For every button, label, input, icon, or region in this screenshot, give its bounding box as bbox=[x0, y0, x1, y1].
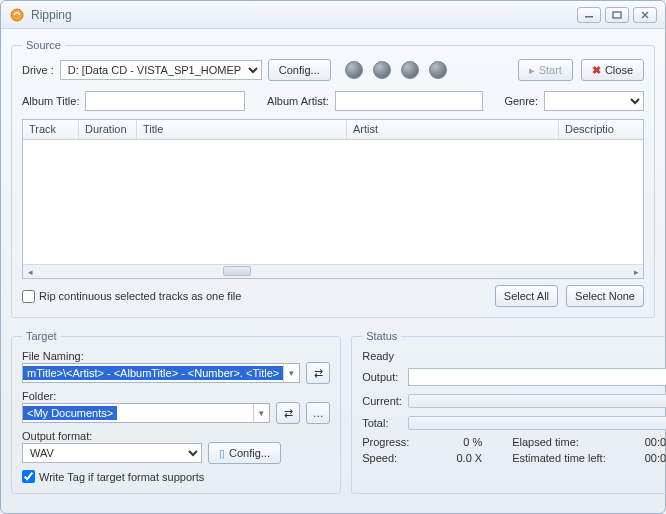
ellipsis-icon: … bbox=[313, 407, 324, 419]
swap-icon: ⇄ bbox=[314, 367, 323, 380]
elapsed-label: Elapsed time: bbox=[482, 436, 622, 448]
source-group: Source Drive : D: [Data CD - VISTA_SP1_H… bbox=[11, 39, 655, 318]
close-button[interactable]: ✖ Close bbox=[581, 59, 644, 81]
status-group: Status Ready Output: Current: Total: Pro… bbox=[351, 330, 666, 494]
write-tag-input[interactable] bbox=[22, 470, 35, 483]
select-none-button[interactable]: Select None bbox=[566, 285, 644, 307]
close-button-label: Close bbox=[605, 64, 633, 76]
lookup-buttons bbox=[345, 61, 447, 79]
file-naming-label: File Naming: bbox=[22, 350, 330, 362]
col-duration[interactable]: Duration bbox=[79, 120, 137, 139]
output-label: Output: bbox=[362, 371, 402, 383]
track-table: Track Duration Title Artist Descriptio ◂… bbox=[22, 119, 644, 279]
rip-continuous-checkbox[interactable]: Rip continuous selected tracks as one fi… bbox=[22, 290, 241, 303]
scroll-right-icon[interactable]: ▸ bbox=[629, 265, 643, 279]
chevron-down-icon: ▾ bbox=[253, 404, 269, 422]
speed-label: Speed: bbox=[362, 452, 422, 464]
genre-select[interactable] bbox=[544, 91, 644, 111]
album-title-input[interactable] bbox=[85, 91, 245, 111]
svg-point-0 bbox=[11, 9, 23, 21]
start-button[interactable]: ▸ Start bbox=[518, 59, 573, 81]
start-button-label: Start bbox=[539, 64, 562, 76]
lookup-icon-3[interactable] bbox=[401, 61, 419, 79]
col-title[interactable]: Title bbox=[137, 120, 347, 139]
close-window-icon bbox=[640, 11, 650, 19]
file-naming-combo[interactable]: mTitle>\<Artist> - <AlbumTitle> - <Numbe… bbox=[22, 363, 300, 383]
drive-label: Drive : bbox=[22, 64, 54, 76]
play-icon: ▸ bbox=[529, 64, 535, 77]
drive-select[interactable]: D: [Data CD - VISTA_SP1_HOMEP bbox=[60, 60, 262, 80]
drive-config-button[interactable]: Config... bbox=[268, 59, 331, 81]
swap-icon: ⇄ bbox=[284, 407, 293, 420]
maximize-button[interactable] bbox=[605, 7, 629, 23]
folder-value: <My Documents> bbox=[23, 406, 117, 420]
window-title: Ripping bbox=[31, 8, 72, 22]
scroll-left-icon[interactable]: ◂ bbox=[23, 265, 37, 279]
source-legend: Source bbox=[22, 39, 65, 51]
lookup-icon-4[interactable] bbox=[429, 61, 447, 79]
estimated-label: Estimated time left: bbox=[482, 452, 622, 464]
album-title-label: Album Title: bbox=[22, 95, 79, 107]
titlebar: Ripping bbox=[1, 1, 665, 29]
close-window-button[interactable] bbox=[633, 7, 657, 23]
table-header: Track Duration Title Artist Descriptio bbox=[23, 120, 643, 140]
minimize-icon bbox=[584, 11, 594, 19]
rip-continuous-label: Rip continuous selected tracks as one fi… bbox=[39, 290, 241, 302]
maximize-icon bbox=[612, 11, 622, 19]
scroll-thumb[interactable] bbox=[223, 266, 251, 276]
select-all-button[interactable]: Select All bbox=[495, 285, 558, 307]
target-group: Target File Naming: mTitle>\<Artist> - <… bbox=[11, 330, 341, 494]
total-progress bbox=[408, 416, 666, 430]
svg-rect-2 bbox=[613, 12, 621, 18]
current-label: Current: bbox=[362, 395, 402, 407]
speed-value: 0.0 X bbox=[422, 452, 482, 464]
folder-label: Folder: bbox=[22, 390, 330, 402]
folder-swap-button[interactable]: ⇄ bbox=[276, 402, 300, 424]
rip-continuous-input[interactable] bbox=[22, 290, 35, 303]
file-naming-swap-button[interactable]: ⇄ bbox=[306, 362, 330, 384]
genre-label: Genre: bbox=[504, 95, 538, 107]
page-icon: ▯ bbox=[219, 447, 225, 460]
format-config-label: Config... bbox=[229, 447, 270, 459]
file-naming-value: mTitle>\<Artist> - <AlbumTitle> - <Numbe… bbox=[23, 366, 283, 380]
status-legend: Status bbox=[362, 330, 401, 342]
chevron-down-icon: ▾ bbox=[283, 364, 299, 382]
progress-label: Progress: bbox=[362, 436, 422, 448]
album-artist-label: Album Artist: bbox=[267, 95, 329, 107]
config-button-label: Config... bbox=[279, 64, 320, 76]
lookup-icon-1[interactable] bbox=[345, 61, 363, 79]
minimize-button[interactable] bbox=[577, 7, 601, 23]
output-format-select[interactable]: WAV bbox=[22, 443, 202, 463]
output-format-label: Output format: bbox=[22, 430, 330, 442]
folder-browse-button[interactable]: … bbox=[306, 402, 330, 424]
table-body[interactable] bbox=[23, 140, 643, 264]
write-tag-checkbox[interactable]: Write Tag if target format supports bbox=[22, 470, 330, 483]
svg-rect-1 bbox=[585, 16, 593, 18]
col-track[interactable]: Track bbox=[23, 120, 79, 139]
target-legend: Target bbox=[22, 330, 61, 342]
write-tag-label: Write Tag if target format supports bbox=[39, 471, 204, 483]
close-icon: ✖ bbox=[592, 64, 601, 77]
ripping-window: Ripping Source Drive : D: [Data CD - VIS… bbox=[0, 0, 666, 514]
col-artist[interactable]: Artist bbox=[347, 120, 559, 139]
horizontal-scrollbar[interactable]: ◂ ▸ bbox=[23, 264, 643, 278]
total-label: Total: bbox=[362, 417, 402, 429]
lookup-icon-2[interactable] bbox=[373, 61, 391, 79]
estimated-value: 00:00 bbox=[622, 452, 666, 464]
status-ready-label: Ready bbox=[362, 350, 666, 362]
col-description[interactable]: Descriptio bbox=[559, 120, 643, 139]
folder-combo[interactable]: <My Documents> ▾ bbox=[22, 403, 270, 423]
progress-value: 0 % bbox=[422, 436, 482, 448]
output-value bbox=[408, 368, 666, 386]
app-icon bbox=[9, 7, 25, 23]
format-config-button[interactable]: ▯ Config... bbox=[208, 442, 281, 464]
elapsed-value: 00:00 bbox=[622, 436, 666, 448]
current-progress bbox=[408, 394, 666, 408]
album-artist-input[interactable] bbox=[335, 91, 483, 111]
